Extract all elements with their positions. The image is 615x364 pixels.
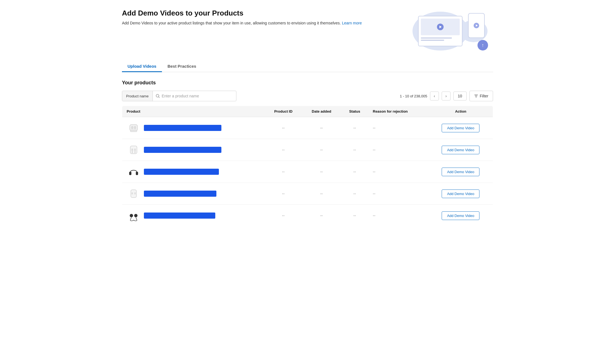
date-added-value: --	[320, 170, 323, 174]
pagination-prev-button[interactable]: ‹	[430, 92, 439, 100]
svg-point-10	[131, 148, 133, 151]
illustration-line	[421, 37, 452, 39]
product-cell-4	[122, 183, 265, 205]
status-cell: --	[341, 161, 368, 183]
table-body: -- -- -- -- Add Demo Video	[122, 117, 493, 227]
product-info	[127, 187, 260, 201]
illustration-phone-play	[474, 23, 479, 28]
status-cell: --	[341, 183, 368, 205]
col-date-added: Date added	[302, 106, 341, 117]
illustration-play-button	[437, 24, 444, 30]
product-id-cell: --	[265, 161, 302, 183]
action-cell: Add Demo Video	[429, 139, 493, 161]
illustration-screen	[421, 19, 460, 35]
status-cell: --	[341, 205, 368, 227]
product-cell-1	[122, 117, 265, 139]
product-id-cell: --	[265, 139, 302, 161]
rejection-reason-value: --	[373, 170, 375, 174]
filter-label: Filter	[480, 94, 488, 98]
product-id-cell: --	[265, 183, 302, 205]
date-added-value: --	[320, 191, 323, 196]
add-demo-video-button[interactable]: Add Demo Video	[442, 146, 479, 154]
illustration-phone	[468, 13, 485, 38]
rejection-reason-cell: --	[368, 117, 429, 139]
tab-upload-videos[interactable]: Upload Videos	[122, 61, 162, 72]
learn-more-link[interactable]: Learn more	[342, 21, 362, 25]
pagination-next-button[interactable]: ›	[442, 92, 451, 100]
add-demo-video-button[interactable]: Add Demo Video	[442, 189, 479, 198]
action-cell: Add Demo Video	[429, 161, 493, 183]
col-action: Action	[429, 106, 493, 117]
status-value: --	[353, 191, 356, 196]
svg-rect-9	[130, 146, 137, 154]
status-value: --	[353, 126, 356, 130]
col-product: Product	[122, 106, 265, 117]
date-added-value: --	[320, 213, 323, 218]
action-cell: Add Demo Video	[429, 183, 493, 205]
date-added-value: --	[320, 148, 323, 152]
products-section: Your products Product name 1 - 10 of 238…	[122, 80, 493, 227]
svg-point-11	[134, 148, 136, 151]
search-input[interactable]	[162, 94, 233, 98]
product-id-value: --	[282, 191, 284, 196]
table-row: -- -- -- -- Add Demo Video	[122, 183, 493, 205]
rejection-reason-value: --	[373, 213, 375, 218]
status-value: --	[353, 170, 356, 174]
section-title: Your products	[122, 80, 493, 86]
header-section: Add Demo Videos to your Products Add Dem…	[122, 9, 493, 53]
date-added-cell: --	[302, 161, 341, 183]
toolbar: Product name 1 - 10 of 238,005 ‹ ›	[122, 91, 493, 101]
page-size-input[interactable]	[453, 92, 467, 100]
tabs-bar: Upload Videos Best Practices	[122, 61, 493, 72]
svg-rect-15	[136, 172, 138, 175]
table-header: Product Product ID Date added Status Rea…	[122, 106, 493, 117]
tab-best-practices[interactable]: Best Practices	[162, 61, 202, 72]
search-label: Product name	[122, 91, 153, 101]
header-illustration: ↑	[410, 9, 493, 53]
toolbar-right: 1 - 10 of 238,005 ‹ › Filter	[400, 91, 493, 101]
product-id-cell: --	[265, 205, 302, 227]
svg-point-17	[132, 192, 133, 194]
table-row: -- -- -- -- Add Demo Video	[122, 161, 493, 183]
illustration-lines	[421, 37, 460, 41]
table-row: -- -- -- -- Add Demo Video	[122, 139, 493, 161]
product-thumbnail	[127, 187, 141, 201]
add-demo-video-button[interactable]: Add Demo Video	[442, 211, 479, 220]
add-demo-video-button[interactable]: Add Demo Video	[442, 168, 479, 176]
product-info	[127, 165, 260, 179]
add-demo-video-button[interactable]: Add Demo Video	[442, 124, 479, 132]
rejection-reason-cell: --	[368, 205, 429, 227]
chevron-left-icon: ‹	[434, 94, 435, 98]
product-info	[127, 209, 260, 223]
header-text: Add Demo Videos to your Products Add Dem…	[122, 9, 372, 26]
filter-button[interactable]: Filter	[469, 91, 493, 101]
product-name-bar	[144, 125, 221, 131]
svg-line-22	[136, 217, 137, 220]
product-thumbnail	[127, 209, 141, 223]
product-thumbnail	[127, 165, 141, 179]
col-status: Status	[341, 106, 368, 117]
product-id-value: --	[282, 213, 284, 218]
svg-point-7	[134, 126, 136, 129]
illustration-upload-icon: ↑	[478, 40, 488, 50]
product-info	[127, 143, 260, 157]
product-name-bar	[144, 169, 219, 175]
product-id-value: --	[282, 126, 284, 130]
col-product-id: Product ID	[265, 106, 302, 117]
date-added-cell: --	[302, 183, 341, 205]
chevron-right-icon: ›	[446, 94, 447, 98]
search-input-wrapper	[153, 94, 236, 98]
table-row: -- -- -- -- Add Demo Video	[122, 205, 493, 227]
filter-icon	[474, 94, 478, 98]
illustration-line	[421, 40, 444, 41]
product-name-bar	[144, 191, 216, 197]
date-added-value: --	[320, 126, 323, 130]
rejection-reason-value: --	[373, 148, 375, 152]
product-name-bar	[144, 147, 221, 153]
table-row: -- -- -- -- Add Demo Video	[122, 117, 493, 139]
col-rejection-reason: Reason for rejection	[368, 106, 429, 117]
page-description: Add Demo Videos to your active product l…	[122, 20, 372, 26]
illustration-monitor	[418, 16, 462, 46]
page-title: Add Demo Videos to your Products	[122, 9, 372, 17]
description-text: Add Demo Videos to your active product l…	[122, 21, 341, 25]
